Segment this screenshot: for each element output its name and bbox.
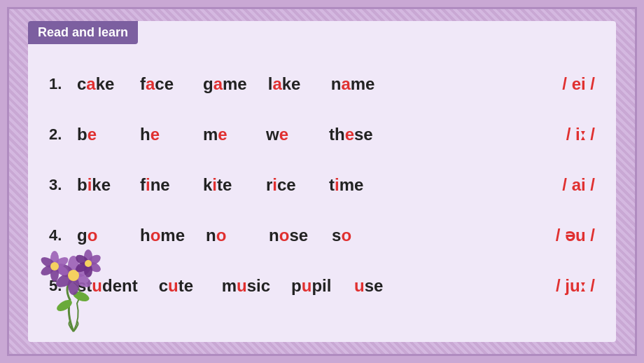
- word-5-4: pupil: [291, 276, 333, 296]
- phonetic-5: / juː /: [539, 276, 595, 296]
- word-1-5: name: [331, 74, 375, 94]
- word-1-4: lake: [268, 74, 310, 94]
- word-1-2: face: [140, 74, 182, 94]
- row-num-3: 3.: [49, 176, 77, 194]
- row-num-2: 2.: [49, 125, 77, 144]
- word-2-5: these: [329, 125, 373, 144]
- svg-point-15: [50, 262, 59, 270]
- word-2-4: we: [266, 125, 308, 144]
- row-4: 4.gohomenonoseso/ əu /: [49, 210, 595, 261]
- row-words-1: cakefacegamelakename: [77, 74, 539, 94]
- inner-card: Read and learn 1.cakefacegamelakename/ e…: [28, 21, 616, 342]
- word-5-2: cute: [159, 276, 201, 296]
- word-3-4: rice: [266, 175, 308, 195]
- word-3-2: fine: [140, 175, 182, 195]
- phonetic-2: / iː /: [539, 125, 595, 144]
- row-2: 2.behemewethese/ iː /: [49, 109, 595, 160]
- word-2-3: me: [203, 125, 245, 144]
- row-words-5: studentcutemusicpupiluse: [77, 276, 539, 296]
- phonetic-4: / əu /: [539, 226, 595, 245]
- row-num-1: 1.: [49, 75, 77, 93]
- phonetic-1: / ei /: [539, 74, 595, 94]
- word-1-3: game: [203, 74, 247, 94]
- outer-border: Read and learn 1.cakefacegamelakename/ e…: [7, 7, 637, 356]
- row-5: 5.studentcutemusicpupiluse/ juː /: [49, 261, 595, 311]
- word-4-4: nose: [269, 226, 311, 245]
- word-2-2: he: [140, 125, 182, 144]
- word-5-5: use: [354, 276, 396, 296]
- title-text: Read and learn: [38, 25, 128, 39]
- word-4-5: so: [332, 226, 374, 245]
- title-box: Read and learn: [28, 21, 138, 44]
- row-words-2: behemewethese: [77, 125, 539, 144]
- word-4-3: no: [206, 226, 248, 245]
- word-3-3: kite: [203, 175, 245, 195]
- word-2-1: be: [77, 125, 119, 144]
- content-area: 1.cakefacegamelakename/ ei /2.behemeweth…: [49, 59, 595, 311]
- row-num-4: 4.: [49, 226, 77, 245]
- word-5-3: music: [222, 276, 270, 296]
- svg-point-22: [85, 260, 92, 267]
- phonetic-3: / ai /: [539, 175, 595, 195]
- word-3-5: time: [329, 175, 371, 195]
- row-1: 1.cakefacegamelakename/ ei /: [49, 59, 595, 109]
- flower-decoration: [35, 244, 112, 335]
- row-3: 3.bikefinekitericetime/ ai /: [49, 160, 595, 210]
- row-words-4: gohomenonoseso: [77, 226, 539, 245]
- word-3-1: bike: [77, 175, 119, 195]
- word-4-2: home: [140, 226, 185, 245]
- row-words-3: bikefinekitericetime: [77, 175, 539, 195]
- word-4-1: go: [77, 226, 119, 245]
- word-1-1: cake: [77, 74, 119, 94]
